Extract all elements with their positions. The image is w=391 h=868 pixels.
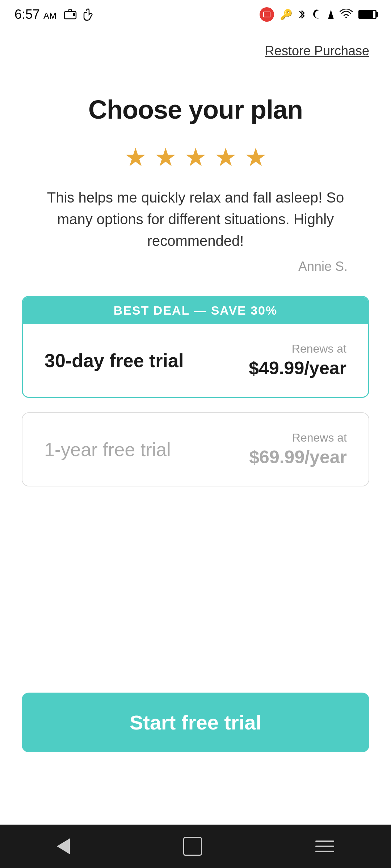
moon-icon xyxy=(311,9,322,20)
restore-purchase-container: Restore Purchase xyxy=(22,36,369,73)
battery-icon xyxy=(358,10,377,19)
camera-icon xyxy=(64,9,77,20)
start-free-trial-button[interactable]: Start free trial xyxy=(22,693,369,752)
gesture-icon xyxy=(83,8,96,21)
svg-marker-3 xyxy=(328,10,334,19)
star-4: ★ xyxy=(214,142,237,172)
plan-body-normal: 1-year free trial Renews at $69.99/year xyxy=(22,413,369,486)
plan-price-section-normal: Renews at $69.99/year xyxy=(249,431,347,468)
menu-icon xyxy=(315,841,334,852)
plan-trial-text-featured: 30-day free trial xyxy=(45,350,184,371)
signal-icon xyxy=(328,10,334,19)
back-icon xyxy=(57,838,70,854)
status-bar: 6:57 AM 🔑 xyxy=(0,0,391,29)
status-right: 🔑 xyxy=(260,7,377,22)
plan-badge-featured: BEST DEAL — SAVE 30% xyxy=(23,297,368,324)
main-content: Restore Purchase Choose your plan ★ ★ ★ … xyxy=(0,29,391,825)
wifi-icon xyxy=(340,9,353,20)
review-text: This helps me quickly relax and fall asl… xyxy=(36,187,355,252)
plan-price-featured: $49.99/year xyxy=(249,358,346,378)
star-2: ★ xyxy=(154,142,177,172)
svg-rect-2 xyxy=(73,13,75,16)
page-title: Choose your plan xyxy=(22,95,369,124)
key-icon: 🔑 xyxy=(280,9,293,21)
plan-renews-label-normal: Renews at xyxy=(249,431,347,444)
plan-price-normal: $69.99/year xyxy=(249,447,347,467)
ampm-text: AM xyxy=(43,11,56,21)
plan-card-normal[interactable]: 1-year free trial Renews at $69.99/year xyxy=(22,412,369,486)
star-5: ★ xyxy=(244,142,267,172)
plan-trial-text-normal: 1-year free trial xyxy=(44,439,171,460)
status-icons-left xyxy=(64,8,96,21)
plan-body-featured: 30-day free trial Renews at $49.99/year xyxy=(23,324,368,397)
reviewer-name: Annie S. xyxy=(22,259,348,274)
plan-renews-label-featured: Renews at xyxy=(249,342,346,356)
bottom-nav xyxy=(0,825,391,868)
time-text: 6:57 xyxy=(14,7,40,22)
home-button[interactable] xyxy=(183,837,202,856)
record-icon xyxy=(260,7,274,22)
plans-container: BEST DEAL — SAVE 30% 30-day free trial R… xyxy=(22,296,369,486)
stars-container: ★ ★ ★ ★ ★ xyxy=(22,142,369,172)
star-1: ★ xyxy=(124,142,147,172)
status-time: 6:57 AM xyxy=(14,7,56,22)
star-3: ★ xyxy=(184,142,207,172)
bluetooth-icon xyxy=(298,9,306,20)
menu-button[interactable] xyxy=(315,841,334,852)
status-left: 6:57 AM xyxy=(14,7,96,22)
home-icon xyxy=(183,837,202,856)
plan-card-featured[interactable]: BEST DEAL — SAVE 30% 30-day free trial R… xyxy=(22,296,369,398)
back-button[interactable] xyxy=(57,838,70,854)
restore-purchase-link[interactable]: Restore Purchase xyxy=(265,43,369,58)
plan-price-section-featured: Renews at $49.99/year xyxy=(249,342,346,379)
